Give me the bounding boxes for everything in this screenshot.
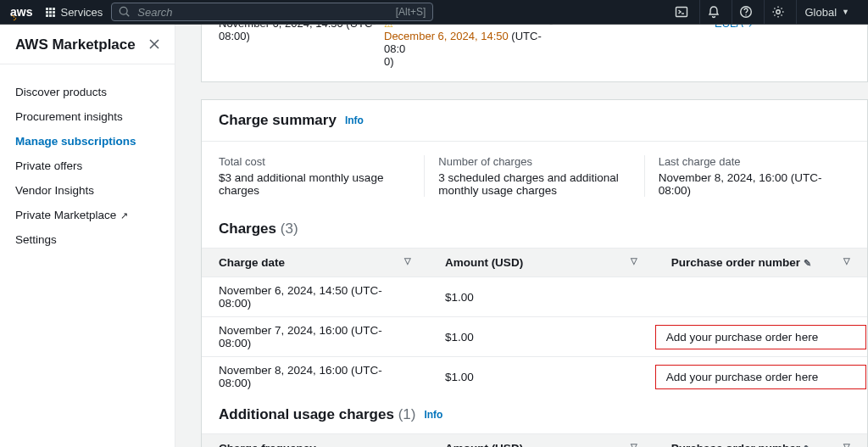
auto-renew-value: - xyxy=(549,25,715,68)
table-row: November 8, 2024, 16:00 (UTC-08:00) $1.0… xyxy=(202,357,867,397)
cloudshell-icon xyxy=(675,5,688,19)
aws-top-nav: aws ◝◞ Services Search [Alt+S] Global ▼ xyxy=(0,0,868,25)
table-row: November 6, 2024, 14:50 (UTC-08:00) $1.0… xyxy=(202,277,867,317)
sidebar-item-label: Manage subscriptions xyxy=(15,135,136,148)
svg-point-5 xyxy=(745,14,746,15)
column-header-po-number[interactable]: Purchase order number✎▽ xyxy=(654,249,867,277)
svg-line-1 xyxy=(127,14,130,16)
charges-section-header: Charges (3) xyxy=(202,210,867,248)
sidebar-nav: Discover products Procurement insights M… xyxy=(15,80,159,252)
notifications-button[interactable] xyxy=(699,0,728,24)
sidebar: AWS Marketplace Discover products Procur… xyxy=(0,25,175,447)
column-label: Purchase order number xyxy=(671,256,800,269)
settings-button[interactable] xyxy=(764,0,793,24)
cell-charge-date: November 8, 2024, 16:00 (UTC-08:00) xyxy=(202,357,428,397)
edit-icon: ✎ xyxy=(804,444,811,447)
services-menu-button[interactable]: Services xyxy=(46,6,103,19)
sidebar-item-private-offers[interactable]: Private offers xyxy=(15,154,159,178)
cell-po[interactable] xyxy=(654,277,867,317)
column-label: Charge frequency xyxy=(219,442,316,447)
cell-amount: $1.00 xyxy=(428,357,654,397)
global-search[interactable]: Search [Alt+S] xyxy=(111,3,433,21)
aws-swoosh-icon: ◝◞ xyxy=(12,14,15,21)
sidebar-title: AWS Marketplace xyxy=(15,36,136,53)
eula-link[interactable]: EULA ↗ xyxy=(715,25,755,30)
column-header-charge-frequency[interactable]: Charge frequency xyxy=(202,434,428,448)
offer-detail-card-fragment: November 6, 2024, 14:50 (UTC-08:00) ⚠ De… xyxy=(201,25,868,82)
info-link[interactable]: Info xyxy=(424,409,442,421)
expiration-date-value: December 6, 2024, 14:50 xyxy=(384,30,509,42)
cell-po[interactable]: Add your purchase order here xyxy=(654,317,867,357)
sidebar-item-label: Procurement insights xyxy=(15,110,123,123)
summary-col-last-charge-date: Last charge date November 8, 2024, 16:00… xyxy=(644,155,864,197)
help-button[interactable] xyxy=(732,0,760,24)
eula-link-label: EULA xyxy=(715,25,743,30)
additional-usage-count: (1) xyxy=(398,406,416,422)
additional-usage-table: Charge frequency Amount (USD)▽ Purchase … xyxy=(202,433,867,447)
sort-icon: ▽ xyxy=(843,256,850,265)
summary-label: Number of charges xyxy=(438,155,630,168)
column-header-amount[interactable]: Amount (USD)▽ xyxy=(428,434,654,448)
topnav-right-group: Global ▼ xyxy=(667,0,859,24)
summary-value: 3 scheduled charges and additional month… xyxy=(438,171,630,197)
cloudshell-button[interactable] xyxy=(667,0,696,24)
cell-charge-date: November 6, 2024, 14:50 (UTC-08:00) xyxy=(202,277,428,317)
sidebar-item-label: Vendor Insights xyxy=(15,184,94,197)
po-placeholder-text: Add your purchase order here xyxy=(666,331,818,344)
sort-icon: ▽ xyxy=(404,256,411,265)
cell-charge-date: November 7, 2024, 16:00 (UTC-08:00) xyxy=(202,317,428,357)
sidebar-close-button[interactable] xyxy=(149,38,159,52)
main-content: November 6, 2024, 14:50 (UTC-08:00) ⚠ De… xyxy=(175,25,868,447)
grid-icon xyxy=(46,8,55,17)
gear-icon xyxy=(771,5,785,19)
sidebar-item-settings[interactable]: Settings xyxy=(15,227,159,252)
help-icon xyxy=(739,5,753,19)
external-link-icon: ↗ xyxy=(748,25,755,29)
summary-label: Last charge date xyxy=(659,155,850,168)
cell-amount: $1.00 xyxy=(428,277,654,317)
charges-count: (3) xyxy=(281,221,298,237)
column-label: Amount (USD) xyxy=(445,442,523,447)
summary-value: November 8, 2024, 16:00 (UTC-08:00) xyxy=(659,171,850,197)
svg-point-6 xyxy=(776,10,780,14)
column-label: Charge date xyxy=(219,256,285,269)
column-header-amount[interactable]: Amount (USD)▽ xyxy=(428,249,654,277)
sidebar-item-procurement-insights[interactable]: Procurement insights xyxy=(15,104,159,129)
summary-label: Total cost xyxy=(219,155,410,168)
services-label: Services xyxy=(60,6,103,19)
column-label: Purchase order number xyxy=(671,442,800,447)
edit-icon: ✎ xyxy=(804,258,811,268)
charges-title: Charges xyxy=(219,221,276,237)
cell-po[interactable]: Add your purchase order here xyxy=(654,357,867,397)
sidebar-item-manage-subscriptions[interactable]: Manage subscriptions xyxy=(15,129,159,154)
sidebar-item-discover-products[interactable]: Discover products xyxy=(15,80,159,104)
additional-usage-title: Additional usage charges xyxy=(219,406,394,422)
search-icon xyxy=(119,6,131,18)
column-header-po-number[interactable]: Purchase order number✎▽ xyxy=(654,434,867,448)
sidebar-item-label: Private Marketplace xyxy=(15,209,116,221)
sidebar-item-vendor-insights[interactable]: Vendor Insights xyxy=(15,178,159,203)
region-selector[interactable]: Global ▼ xyxy=(796,0,859,24)
column-header-charge-date[interactable]: Charge date▽ xyxy=(202,249,428,277)
sidebar-item-private-marketplace[interactable]: Private Marketplace ↗ xyxy=(15,203,159,227)
search-shortcut-hint: [Alt+S] xyxy=(396,6,426,18)
sort-icon: ▽ xyxy=(631,442,637,447)
summary-value: $3 and additional monthly usage charges xyxy=(219,171,410,197)
po-highlight-box: Add your purchase order here xyxy=(655,365,866,389)
search-placeholder: Search xyxy=(137,6,172,19)
expiration-tz-part2: 0) xyxy=(384,55,394,68)
aws-logo[interactable]: aws ◝◞ xyxy=(10,5,37,19)
sidebar-item-label: Private offers xyxy=(15,159,82,172)
charge-summary-card: Charge summary Info Total cost $3 and ad… xyxy=(201,99,868,447)
svg-point-0 xyxy=(120,7,128,14)
external-link-icon: ↗ xyxy=(118,210,128,221)
sidebar-item-label: Settings xyxy=(15,233,57,246)
charges-table: Charge date▽ Amount (USD)▽ Purchase orde… xyxy=(202,248,867,396)
summary-col-total-cost: Total cost $3 and additional monthly usa… xyxy=(205,155,424,197)
bell-icon xyxy=(707,5,721,19)
chevron-down-icon: ▼ xyxy=(842,8,849,16)
po-highlight-box: Add your purchase order here xyxy=(655,325,866,349)
region-label: Global xyxy=(805,6,837,19)
additional-usage-section-header: Additional usage charges (1) Info xyxy=(202,396,867,433)
info-link[interactable]: Info xyxy=(345,115,364,126)
